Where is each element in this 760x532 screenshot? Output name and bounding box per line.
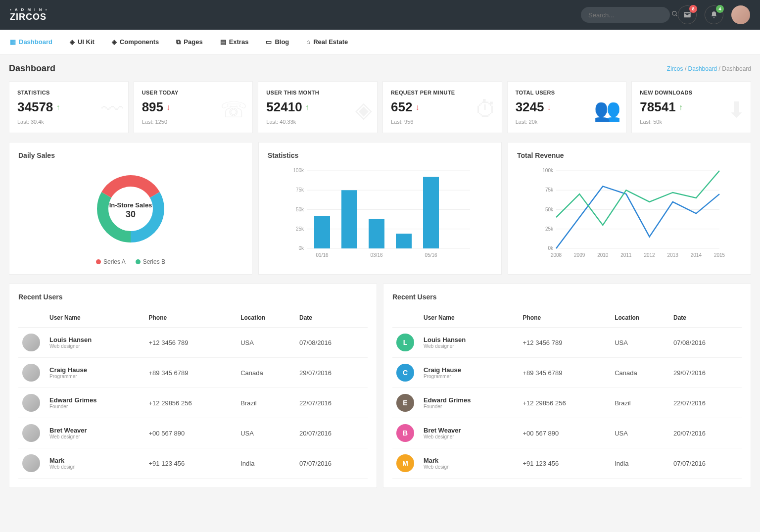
card-title: Daily Sales xyxy=(18,151,243,159)
nav-item-dashboard[interactable]: ▦Dashboard xyxy=(10,38,52,46)
table-row[interactable]: Bret WeaverWeb designer+00 567 890USA20/… xyxy=(18,418,368,448)
stat-label: TOTAL USERS xyxy=(516,90,618,96)
table-row[interactable]: MMarkWeb design+91 123 456India07/07/201… xyxy=(392,448,742,479)
svg-point-0 xyxy=(672,11,676,15)
user-phone: +91 123 456 xyxy=(519,448,611,479)
user-location: India xyxy=(611,448,669,479)
user-phone: +12 3456 789 xyxy=(519,328,611,358)
legend-item: Series A xyxy=(96,258,126,265)
donut-chart: In-Store Sales 30 xyxy=(81,167,180,251)
table-row[interactable]: MarkWeb design+91 123 456India07/07/2016 xyxy=(18,448,368,479)
page-title: Dashboard xyxy=(9,63,55,74)
user-name: Craig Hause xyxy=(424,366,515,374)
stat-card: USER THIS MONTH52410 ↑Last: 40.33k◈ xyxy=(258,81,378,133)
nav-item-blog[interactable]: ▭Blog xyxy=(266,38,289,46)
svg-text:01/16: 01/16 xyxy=(316,252,328,258)
stat-bg-icon: 👥 xyxy=(594,97,621,123)
nav-item-components[interactable]: ◈Components xyxy=(112,38,159,46)
brand-logo[interactable]: • A D M I N • ZIRCOS xyxy=(10,8,48,22)
svg-text:05/16: 05/16 xyxy=(425,252,437,258)
svg-text:100k: 100k xyxy=(293,168,304,173)
user-avatar[interactable] xyxy=(731,5,750,24)
svg-text:0k: 0k xyxy=(298,245,304,251)
user-name: Mark xyxy=(424,457,515,464)
table-row[interactable]: EEdward GrimesFounder+12 29856 256Brazil… xyxy=(392,388,742,418)
revenue-card: Total Revenue 0k25k50k75k100k20082009201… xyxy=(508,142,751,275)
user-phone: +00 567 890 xyxy=(145,418,237,448)
search-input[interactable] xyxy=(588,11,671,19)
nav-item-pages[interactable]: ⧉Pages xyxy=(176,38,202,46)
notifications-button[interactable]: 4 xyxy=(705,5,723,24)
user-location: Canada xyxy=(611,358,669,388)
brand-tagline: • A D M I N • xyxy=(10,8,48,12)
user-avatar-img xyxy=(22,424,40,442)
user-avatar-img xyxy=(22,394,40,412)
user-location: Canada xyxy=(237,358,295,388)
recent-users-card-1: Recent Users User NamePhoneLocationDate … xyxy=(9,284,377,488)
nav-icon: ◈ xyxy=(70,38,75,46)
svg-text:2014: 2014 xyxy=(691,252,702,258)
arrow-down-icon: ↓ xyxy=(166,103,170,112)
user-avatar-letter: B xyxy=(396,424,414,442)
table-row[interactable]: BBret WeaverWeb designer+00 567 890USA20… xyxy=(392,418,742,448)
search-box[interactable] xyxy=(581,7,670,23)
svg-line-1 xyxy=(676,15,677,16)
user-role: Programmer xyxy=(424,374,515,379)
user-location: USA xyxy=(611,328,669,358)
table-header xyxy=(392,308,420,328)
user-avatar-img xyxy=(22,364,40,382)
table-row[interactable]: Craig HauseProgrammer+89 345 6789Canada2… xyxy=(18,358,368,388)
card-title: Total Revenue xyxy=(517,151,742,159)
svg-rect-16 xyxy=(369,219,384,248)
search-icon[interactable] xyxy=(671,10,678,19)
nav-item-ui-kit[interactable]: ◈UI Kit xyxy=(70,38,95,46)
stat-card: REQUEST PER MINUTE652 ↓Last: 956⏱ xyxy=(382,81,502,133)
stat-label: USER THIS MONTH xyxy=(266,90,369,96)
user-name: Mark xyxy=(49,457,141,464)
stat-bg-icon: ◈ xyxy=(355,97,372,122)
mail-button[interactable]: 8 xyxy=(678,5,697,24)
nav-icon: ▭ xyxy=(266,38,272,46)
user-phone: +12 29856 256 xyxy=(145,388,237,418)
table-row[interactable]: LLouis HansenWeb designer+12 3456 789USA… xyxy=(392,328,742,358)
nav-item-extras[interactable]: ▤Extras xyxy=(220,38,249,46)
card-title: Recent Users xyxy=(392,293,742,301)
user-date: 07/08/2016 xyxy=(669,328,742,358)
nav-label: Extras xyxy=(229,38,249,46)
svg-text:50k: 50k xyxy=(545,207,554,212)
user-phone: +12 29856 256 xyxy=(519,388,611,418)
brand-name: ZIRCOS xyxy=(10,12,47,22)
svg-text:2010: 2010 xyxy=(597,252,609,258)
svg-text:03/16: 03/16 xyxy=(370,252,382,258)
user-name: Craig Hause xyxy=(49,366,141,374)
table-row[interactable]: CCraig HauseProgrammer+89 345 6789Canada… xyxy=(392,358,742,388)
mail-badge: 8 xyxy=(689,5,697,13)
svg-text:75k: 75k xyxy=(545,187,554,193)
svg-text:25k: 25k xyxy=(545,226,554,232)
table-header xyxy=(18,308,46,328)
table-row[interactable]: Louis HansenWeb designer+12 3456 789USA0… xyxy=(18,328,368,358)
recent-users-card-2: Recent Users User NamePhoneLocationDate … xyxy=(383,284,751,488)
legend-item: Series B xyxy=(136,258,165,265)
stat-card: TOTAL USERS3245 ↓Last: 20k👥 xyxy=(507,81,627,133)
svg-text:30: 30 xyxy=(126,209,136,219)
svg-text:2011: 2011 xyxy=(620,252,632,258)
user-location: India xyxy=(237,448,295,479)
user-name: Bret Weaver xyxy=(424,427,515,434)
user-date: 29/07/2016 xyxy=(295,358,368,388)
breadcrumb-mid[interactable]: Dashboard xyxy=(688,65,717,72)
table-row[interactable]: Edward GrimesFounder+12 29856 256Brazil2… xyxy=(18,388,368,418)
user-date: 07/08/2016 xyxy=(295,328,368,358)
nav-item-real-estate[interactable]: ⌂Real Estate xyxy=(306,38,348,46)
svg-text:2015: 2015 xyxy=(714,252,725,258)
recent-users-table: User NamePhoneLocationDate LLouis Hansen… xyxy=(392,308,742,479)
user-avatar-img xyxy=(22,454,40,472)
user-location: USA xyxy=(237,418,295,448)
card-title: Statistics xyxy=(268,151,492,159)
svg-text:In-Store Sales: In-Store Sales xyxy=(109,201,152,209)
breadcrumb-root[interactable]: Zircos xyxy=(667,65,683,72)
donut-legend: Series ASeries B xyxy=(96,258,165,265)
table-header: Phone xyxy=(519,308,611,328)
svg-text:2008: 2008 xyxy=(551,252,562,258)
svg-rect-15 xyxy=(341,190,357,248)
